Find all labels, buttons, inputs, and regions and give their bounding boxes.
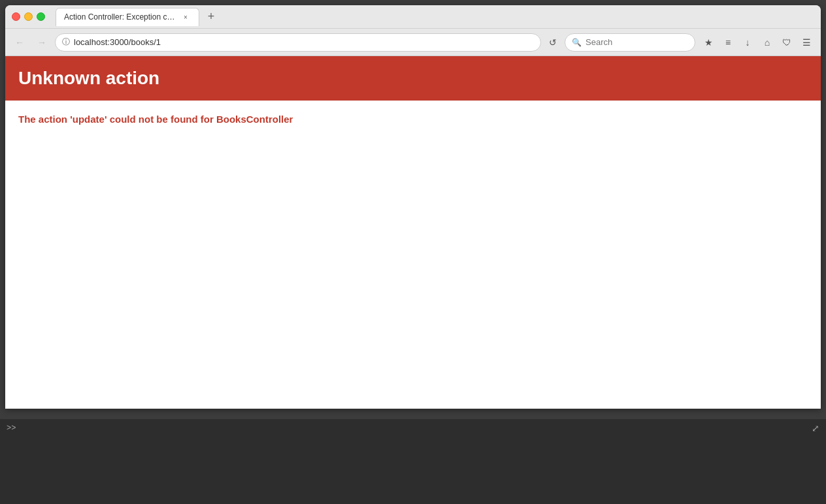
page-content: Unknown action The action 'update' could… bbox=[5, 56, 821, 409]
error-header: Unknown action bbox=[5, 56, 821, 101]
address-bar-container[interactable]: ⓘ bbox=[55, 33, 541, 52]
info-icon: ⓘ bbox=[62, 37, 70, 48]
bookmark-button[interactable]: ★ bbox=[699, 33, 718, 52]
error-body: The action 'update' could not be found f… bbox=[5, 101, 821, 409]
search-icon: 🔍 bbox=[572, 38, 582, 47]
tab-bar: Action Controller: Exception ca... × + bbox=[56, 8, 814, 26]
new-tab-button[interactable]: + bbox=[202, 8, 220, 26]
traffic-lights bbox=[12, 12, 45, 21]
search-container[interactable]: 🔍 bbox=[565, 33, 695, 52]
download-button[interactable]: ↓ bbox=[738, 33, 757, 52]
reload-button[interactable]: ↺ bbox=[545, 35, 561, 50]
terminal: >> ⤢ bbox=[0, 419, 826, 504]
back-button[interactable]: ← bbox=[10, 33, 29, 52]
error-message: The action 'update' could not be found f… bbox=[18, 114, 808, 125]
home-button[interactable]: ⌂ bbox=[758, 33, 776, 52]
reader-button[interactable]: ≡ bbox=[719, 33, 737, 52]
menu-button[interactable]: ☰ bbox=[797, 33, 816, 52]
toolbar: ← → ⓘ ↺ 🔍 ★ ≡ ↓ ⌂ 🛡 ☰ bbox=[5, 29, 821, 56]
search-input[interactable] bbox=[586, 37, 695, 47]
tab-close-button[interactable]: × bbox=[180, 12, 191, 22]
terminal-expand-button[interactable]: ⤢ bbox=[812, 423, 819, 433]
forward-button[interactable]: → bbox=[33, 33, 51, 52]
browser-window: Action Controller: Exception ca... × + ←… bbox=[5, 5, 821, 409]
close-button[interactable] bbox=[12, 12, 20, 21]
maximize-button[interactable] bbox=[37, 12, 45, 21]
tab-title: Action Controller: Exception ca... bbox=[64, 12, 175, 22]
terminal-prompt: >> bbox=[7, 424, 16, 433]
shield-button[interactable]: 🛡 bbox=[778, 33, 796, 52]
terminal-header: >> ⤢ bbox=[7, 423, 819, 433]
toolbar-icons: ★ ≡ ↓ ⌂ 🛡 ☰ bbox=[699, 33, 816, 52]
title-bar: Action Controller: Exception ca... × + bbox=[5, 5, 821, 29]
address-bar[interactable] bbox=[74, 37, 534, 47]
active-tab[interactable]: Action Controller: Exception ca... × bbox=[56, 8, 199, 26]
minimize-button[interactable] bbox=[24, 12, 33, 21]
error-title: Unknown action bbox=[18, 68, 808, 89]
